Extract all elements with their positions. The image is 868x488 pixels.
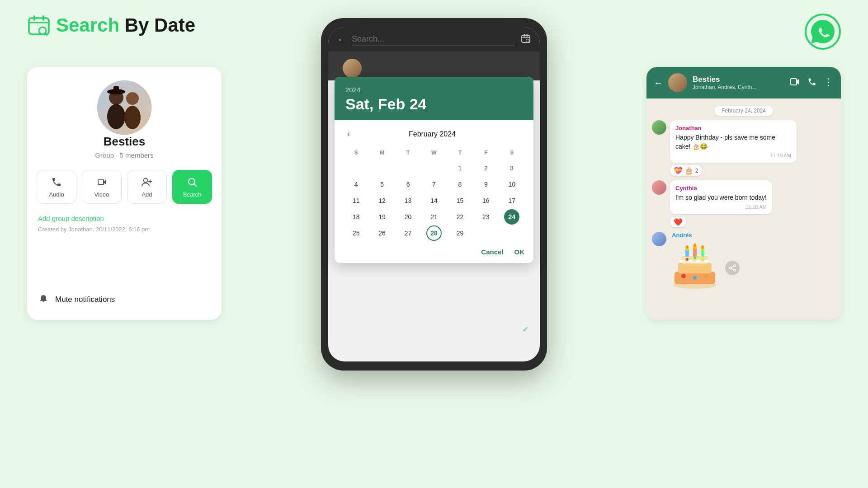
add-button[interactable]: Add	[127, 170, 167, 204]
search-icon	[186, 176, 198, 188]
cal-day-6[interactable]: 6	[401, 177, 416, 192]
check-indicator: ✓	[522, 324, 529, 334]
svg-rect-1	[33, 15, 35, 21]
group-info-panel: Besties Group · 5 members Audio Video	[27, 67, 222, 320]
video-button[interactable]: Video	[82, 170, 122, 204]
action-buttons: Audio Video Add	[37, 170, 212, 204]
cal-day-27[interactable]: 27	[401, 225, 416, 241]
page-header: Search By Date	[27, 14, 195, 37]
add-label: Add	[142, 191, 152, 198]
chat-info: Besties Jonathan, Andrés, Cynth...	[693, 75, 785, 90]
svg-point-33	[686, 245, 689, 249]
more-options-icon[interactable]: ⋮	[824, 77, 834, 89]
cal-day-11[interactable]: 11	[349, 193, 364, 208]
add-description-link[interactable]: Add group description	[38, 215, 104, 222]
svg-rect-15	[524, 34, 525, 37]
day-header-sun: S	[344, 148, 368, 160]
date-year: 2024	[345, 86, 523, 94]
group-name: Besties	[104, 135, 146, 149]
cal-day-17[interactable]: 17	[504, 193, 519, 208]
jonathan-time: 11:10 AM	[675, 153, 791, 158]
sticker-share-button[interactable]	[725, 261, 740, 275]
svg-point-9	[124, 106, 141, 129]
jonathan-bubble: Jonathan Happy Birthday - pls save me so…	[670, 120, 797, 163]
cal-day-empty	[374, 160, 390, 176]
search-button[interactable]: Search	[172, 170, 212, 204]
cal-day-14[interactable]: 14	[426, 193, 442, 208]
date-picker-modal: 2024 Sat, Feb 24 ‹ February 2024 S M T W…	[335, 77, 533, 263]
title-dark: By Date	[119, 14, 195, 36]
jonathan-avatar	[652, 120, 666, 135]
phone-search-input[interactable]	[352, 33, 515, 46]
day-header-wed: W	[421, 148, 446, 160]
audio-label: Audio	[49, 191, 64, 198]
cal-day-1[interactable]: 1	[452, 160, 467, 176]
cake-sticker	[670, 242, 720, 294]
cal-day-21[interactable]: 21	[426, 209, 442, 225]
cal-day-19[interactable]: 19	[374, 209, 390, 225]
cal-day-9[interactable]: 9	[478, 177, 494, 192]
cal-day-8[interactable]: 8	[452, 177, 467, 192]
day-header-fri: F	[473, 148, 498, 160]
phone-back-button[interactable]: ←	[337, 34, 346, 45]
message-row-andres: Andrés	[652, 232, 835, 294]
cal-day-2[interactable]: 2	[478, 160, 494, 176]
prev-month-button[interactable]: ‹	[344, 127, 354, 141]
cal-day-10[interactable]: 10	[504, 177, 519, 192]
cal-day-29[interactable]: 29	[452, 225, 467, 241]
cal-day-15[interactable]: 15	[452, 193, 467, 208]
day-header-thu: T	[448, 148, 472, 160]
svg-point-27	[693, 257, 696, 259]
mute-row[interactable]: Mute notifications	[38, 293, 115, 306]
jonathan-sender: Jonathan	[675, 125, 791, 131]
phone-calendar-icon[interactable]	[521, 33, 531, 46]
audio-button[interactable]: Audio	[37, 170, 76, 204]
group-meta: Group · 5 members	[95, 151, 153, 159]
cal-day-5[interactable]: 5	[374, 177, 390, 192]
cal-day-18[interactable]: 18	[349, 209, 364, 225]
cal-day-26[interactable]: 26	[374, 225, 390, 241]
whatsapp-logo	[805, 14, 841, 50]
cal-day-3[interactable]: 3	[504, 160, 519, 176]
svg-rect-16	[527, 34, 528, 37]
chat-body: February 24, 2024 Jonathan Happy Birthda…	[646, 99, 841, 320]
date-picker-header: 2024 Sat, Feb 24	[335, 77, 533, 120]
chat-header-icons: ⋮	[790, 77, 834, 89]
chat-header: ← Besties Jonathan, Andrés, Cynth... ⋮	[646, 67, 841, 99]
day-header-sat: S	[500, 148, 524, 160]
video-call-icon[interactable]	[790, 77, 800, 89]
cal-day-4[interactable]: 4	[349, 177, 364, 192]
svg-point-24	[693, 276, 697, 280]
cynthia-time: 11:10 AM	[675, 204, 767, 210]
add-person-icon	[141, 176, 153, 188]
day-header-mon: M	[369, 148, 394, 160]
cal-day-16[interactable]: 16	[478, 193, 494, 208]
chat-avatar	[668, 73, 687, 92]
reaction-heart: ❤️	[674, 218, 683, 226]
cal-day-23[interactable]: 23	[478, 209, 494, 225]
cal-day-empty	[478, 225, 494, 241]
search-date-icon	[27, 14, 51, 37]
andres-sticker-row	[670, 242, 740, 294]
cal-day-20[interactable]: 20	[401, 209, 416, 225]
cal-day-13[interactable]: 13	[401, 193, 416, 208]
cal-day-empty	[426, 160, 442, 176]
chat-back-button[interactable]: ←	[654, 78, 663, 88]
cal-day-25[interactable]: 25	[349, 225, 364, 241]
cal-day-22[interactable]: 22	[452, 209, 467, 225]
svg-point-28	[701, 258, 704, 261]
reaction-count: 2	[695, 168, 698, 174]
phone-call-icon[interactable]	[807, 77, 816, 89]
profile-circle	[343, 59, 362, 78]
search-label: Search	[183, 191, 201, 198]
ok-button[interactable]: OK	[514, 248, 525, 256]
svg-point-23	[681, 274, 686, 278]
cal-day-7[interactable]: 7	[426, 177, 442, 192]
cal-day-24-selected[interactable]: 24	[504, 209, 519, 225]
cal-day-12[interactable]: 12	[374, 193, 390, 208]
reaction-emoji-2: 🎂	[684, 166, 693, 175]
video-icon	[95, 176, 108, 188]
andres-avatar	[652, 232, 666, 246]
cal-day-28-today[interactable]: 28	[426, 225, 442, 241]
cancel-button[interactable]: Cancel	[481, 248, 503, 256]
